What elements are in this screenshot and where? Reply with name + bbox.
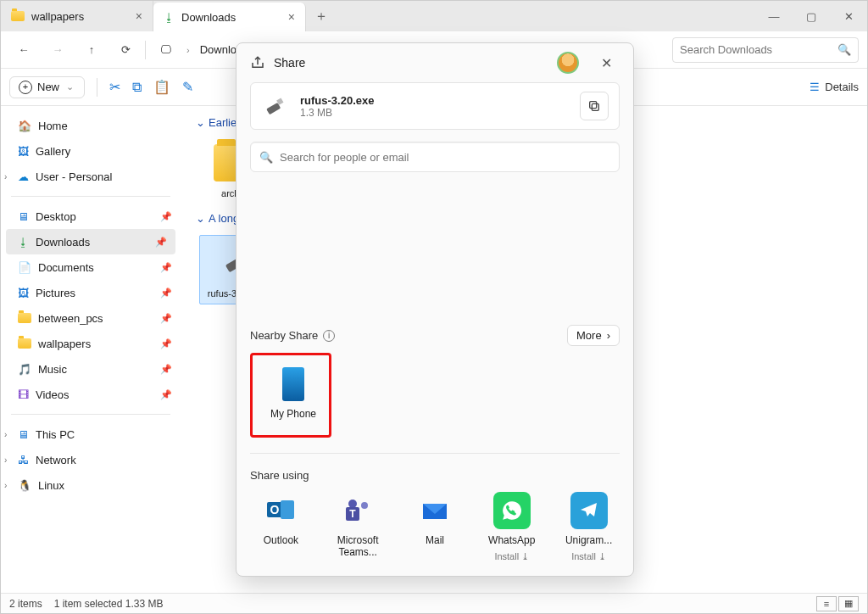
svg-rect-4 xyxy=(592,103,598,110)
info-icon[interactable]: i xyxy=(323,330,335,342)
titlebar: wallpapers × ⭳ Downloads × ＋ — ▢ ✕ xyxy=(1,1,867,31)
details-icon: ☰ xyxy=(810,81,820,93)
pin-icon: 📌 xyxy=(160,287,172,299)
nearby-share-header: Nearby Share i More › xyxy=(250,325,620,346)
plus-icon: + xyxy=(19,81,32,94)
new-button[interactable]: + New ⌄ xyxy=(9,76,85,98)
videos-icon: 🎞 xyxy=(18,388,29,401)
list-view-button[interactable]: ≡ xyxy=(816,596,837,611)
downloads-icon: ⭳ xyxy=(18,236,29,248)
sidebar-item-thispc[interactable]: › 🖥 This PC xyxy=(1,421,181,447)
refresh-button[interactable]: ⟳ xyxy=(111,36,140,64)
copy-button[interactable] xyxy=(580,92,609,120)
paste-button[interactable]: 📋 xyxy=(153,79,170,95)
more-button[interactable]: More › xyxy=(567,325,620,346)
pin-icon: 📌 xyxy=(155,237,167,248)
sidebar-item-desktop[interactable]: 🖥 Desktop 📌 xyxy=(1,204,181,229)
sidebar-item-videos[interactable]: 🎞 Videos 📌 xyxy=(1,382,181,407)
sidebar-label: User - Personal xyxy=(36,170,112,183)
sidebar-item-gallery[interactable]: 🖼 Gallery xyxy=(1,138,181,164)
sidebar-label: Network xyxy=(36,454,76,466)
onedrive-icon: ☁ xyxy=(18,170,29,183)
selection-info: 1 item selected 1.33 MB xyxy=(54,598,164,610)
sidebar-item-downloads[interactable]: ⭳ Downloads 📌 xyxy=(6,229,175,254)
cut-button[interactable]: ✂ xyxy=(109,79,120,95)
minimize-button[interactable]: — xyxy=(755,1,793,31)
chevron-down-icon: ⌄ xyxy=(196,212,205,225)
share-icon xyxy=(250,55,265,70)
documents-icon: 📄 xyxy=(18,261,31,274)
folder-icon xyxy=(11,11,25,21)
share-app-mail[interactable]: Mail xyxy=(404,492,466,562)
nearby-share-label: Nearby Share xyxy=(250,329,318,342)
new-tab-button[interactable]: ＋ xyxy=(306,1,337,31)
sidebar-item-pictures[interactable]: 🖼 Pictures 📌 xyxy=(1,280,181,305)
copy-button[interactable]: ⧉ xyxy=(132,80,142,95)
teams-icon: T xyxy=(339,492,376,529)
telegram-icon xyxy=(570,492,608,529)
app-label: Unigram... xyxy=(565,534,612,546)
sidebar-item-network[interactable]: › 🖧 Network xyxy=(1,447,181,472)
search-box[interactable]: 🔍 xyxy=(672,37,859,63)
item-count: 2 items xyxy=(9,598,42,610)
share-app-whatsapp[interactable]: WhatsApp Install ⤓ xyxy=(481,492,542,562)
chevron-right-icon[interactable]: › xyxy=(4,430,7,439)
tab-downloads[interactable]: ⭳ Downloads × xyxy=(153,3,306,31)
sidebar-item-documents[interactable]: 📄 Documents 📌 xyxy=(1,254,181,280)
user-avatar[interactable] xyxy=(557,52,579,74)
outlook-icon: O xyxy=(262,492,299,529)
up-button[interactable]: ↑ xyxy=(77,36,106,64)
sidebar-item-wallpapers[interactable]: wallpapers 📌 xyxy=(1,331,181,356)
music-icon: 🎵 xyxy=(18,363,31,376)
tab-label: Downloads xyxy=(181,11,236,24)
share-search-input[interactable] xyxy=(280,151,610,164)
sidebar: 🏠 Home 🖼 Gallery › ☁ User - Personal 🖥 D… xyxy=(1,106,181,593)
share-search-box[interactable]: 🔍 xyxy=(250,142,620,172)
sidebar-label: Linux xyxy=(38,479,64,492)
close-window-button[interactable]: ✕ xyxy=(830,1,867,31)
tab-close-icon[interactable]: × xyxy=(288,10,295,24)
app-label: Microsoft Teams... xyxy=(327,534,389,558)
app-label: Outlook xyxy=(264,534,298,546)
chevron-right-icon[interactable]: › xyxy=(4,172,7,181)
details-button[interactable]: ☰ Details xyxy=(810,81,859,93)
share-app-teams[interactable]: T Microsoft Teams... xyxy=(327,492,389,562)
maximize-button[interactable]: ▢ xyxy=(793,1,830,31)
svg-point-9 xyxy=(348,500,357,508)
share-app-unigram[interactable]: Unigram... Install ⤓ xyxy=(558,492,620,562)
search-icon: 🔍 xyxy=(837,43,851,56)
device-label: My Phone xyxy=(270,408,316,420)
folder-icon xyxy=(18,313,31,323)
svg-rect-2 xyxy=(266,103,281,114)
thispc-path-icon[interactable]: 🖵 xyxy=(151,36,180,64)
sidebar-label: between_pcs xyxy=(38,312,103,325)
whatsapp-icon xyxy=(493,492,531,529)
gallery-icon: 🖼 xyxy=(18,145,29,158)
search-icon: 🔍 xyxy=(259,151,273,164)
search-input[interactable] xyxy=(680,43,832,56)
sidebar-item-onedrive[interactable]: › ☁ User - Personal xyxy=(1,164,181,189)
nearby-device-myphone[interactable]: My Phone xyxy=(250,353,331,438)
forward-button[interactable]: → xyxy=(43,36,72,64)
sidebar-item-music[interactable]: 🎵 Music 📌 xyxy=(1,356,181,382)
pin-icon: 📌 xyxy=(160,364,172,375)
home-icon: 🏠 xyxy=(18,120,31,132)
sidebar-item-linux[interactable]: › 🐧 Linux xyxy=(1,472,181,498)
share-file-card: rufus-3.20.exe 1.3 MB xyxy=(250,82,620,130)
tab-wallpapers[interactable]: wallpapers × xyxy=(1,1,153,31)
sidebar-item-home[interactable]: 🏠 Home xyxy=(1,113,181,138)
close-dialog-button[interactable]: ✕ xyxy=(593,55,620,71)
back-button[interactable]: ← xyxy=(9,36,38,64)
grid-view-button[interactable]: ▦ xyxy=(838,596,859,611)
svg-text:O: O xyxy=(270,503,280,516)
share-apps-row: O Outlook T Microsoft Teams... Mail What… xyxy=(236,492,633,576)
tab-close-icon[interactable]: × xyxy=(136,9,142,23)
chevron-right-icon[interactable]: › xyxy=(4,481,7,490)
app-sublabel: Install ⤓ xyxy=(494,551,529,562)
status-bar: 2 items 1 item selected 1.33 MB ≡ ▦ xyxy=(1,593,867,613)
new-label: New xyxy=(37,81,59,93)
share-app-outlook[interactable]: O Outlook xyxy=(250,492,312,562)
chevron-right-icon[interactable]: › xyxy=(4,455,7,465)
rename-button[interactable]: ✎ xyxy=(182,79,193,95)
sidebar-item-betweenpcs[interactable]: between_pcs 📌 xyxy=(1,305,181,331)
